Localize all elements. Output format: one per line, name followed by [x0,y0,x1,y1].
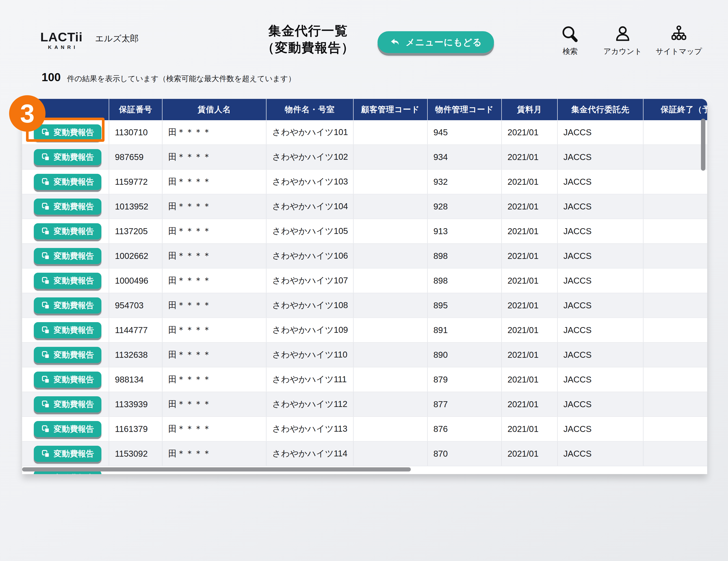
cell-customer-code [354,417,428,441]
cell-guarantee-end-date [643,442,707,466]
cell-guarantee-number: 1137205 [109,219,163,243]
cell-action: 変動費報告 [22,120,109,144]
cell-tenant-name: 田＊＊＊＊ [163,219,267,243]
reply-arrow-icon [389,37,400,48]
variable-cost-report-button[interactable]: 変動費報告 [34,372,101,388]
page-title: 集金代行一覧 （変動費報告） [250,22,367,56]
cell-rent-month: 2021/01 [502,442,558,466]
variable-cost-report-button[interactable]: 変動費報告 [34,396,101,413]
cell-guarantee-end-date [643,417,707,441]
cell-property-name: さわやかハイツ107 [267,268,354,293]
variable-cost-report-button[interactable]: 変動費報告 [34,446,101,462]
cell-tenant-name: 田＊＊＊＊ [163,145,267,169]
cell-property-code: 870 [428,442,502,466]
variable-cost-report-button[interactable]: 変動費報告 [34,421,101,437]
variable-cost-report-button[interactable]: 変動費報告 [34,273,101,289]
nav-account[interactable]: アカウント [603,25,642,57]
variable-cost-report-button[interactable]: 変動費報告 [34,124,101,140]
table-row: 変動費報告 987659 田＊＊＊＊ さわやかハイツ102 934 2021/0… [22,145,707,170]
table-row: 変動費報告 988134 田＊＊＊＊ さわやかハイツ111 879 2021/0… [22,368,707,392]
cell-rent-month: 2021/01 [502,268,558,293]
report-icon [41,449,50,458]
variable-cost-report-button[interactable]: 変動費報告 [34,223,101,239]
table-row: 変動費報告 1133939 田＊＊＊＊ さわやかハイツ112 877 2021/… [22,392,707,417]
cell-action: 変動費報告 [22,268,109,293]
user-name: エルズ太郎 [95,33,139,44]
cell-guarantee-end-date [643,293,707,318]
report-icon [41,128,50,137]
cell-agency: JACCS [558,343,643,367]
cell-customer-code [354,343,428,367]
cell-customer-code [354,268,428,293]
cell-action: 変動費報告 [22,244,109,268]
column-header-1: 保証番号 [109,99,163,120]
cell-guarantee-number: 1159772 [109,170,163,194]
table-row: 変動費報告 1137205 田＊＊＊＊ さわやかハイツ105 913 2021/… [22,219,707,244]
cell-rent-month: 2021/01 [502,417,558,441]
logo-text: LACTii [40,31,83,43]
cell-tenant-name: 田＊＊＊＊ [163,417,267,441]
cell-agency: JACCS [558,268,643,293]
cell-rent-month: 2021/01 [502,120,558,144]
page: LACTii KANRI エルズ太郎 集金代行一覧 （変動費報告） メニューにも… [0,0,728,561]
cell-property-name: さわやかハイツ112 [267,392,354,416]
cell-rent-month: 2021/01 [502,244,558,268]
cell-agency: JACCS [558,392,643,416]
variable-cost-report-button[interactable]: 変動費報告 [34,174,101,190]
cell-action: 変動費報告 [22,219,109,243]
column-header-2: 賃借人名 [163,99,267,120]
cell-agency: JACCS [558,442,643,466]
nav-search-label: 検索 [563,46,578,57]
table-row: 変動費報告 1013952 田＊＊＊＊ さわやかハイツ104 928 2021/… [22,194,707,219]
results-count: 100 [42,71,61,84]
cell-property-name: さわやかハイツ104 [267,194,354,218]
horizontal-scrollbar-thumb[interactable] [22,467,411,472]
back-to-menu-button[interactable]: メニューにもどる [378,31,494,53]
variable-cost-report-button[interactable]: 変動費報告 [34,248,101,264]
cell-guarantee-end-date [643,194,707,218]
cell-property-code: 928 [428,194,502,218]
cell-property-name: さわやかハイツ101 [267,120,354,144]
variable-cost-report-button[interactable]: 変動費報告 [34,322,101,338]
variable-cost-report-button[interactable]: 変動費報告 [34,198,101,215]
vertical-scrollbar-thumb[interactable] [701,119,705,171]
variable-cost-report-button[interactable]: 変動費報告 [34,347,101,363]
cell-guarantee-number: 1133939 [109,392,163,416]
cell-property-name: さわやかハイツ111 [267,368,354,392]
cell-property-code: 895 [428,293,502,318]
cell-tenant-name: 田＊＊＊＊ [163,120,267,144]
cell-action: 変動費報告 [22,442,109,466]
cell-property-name: さわやかハイツ108 [267,293,354,318]
cell-guarantee-end-date [643,219,707,243]
cell-agency: JACCS [558,293,643,318]
report-icon [41,202,50,211]
cell-rent-month: 2021/01 [502,145,558,169]
cell-action: 変動費報告 [22,318,109,342]
app-logo[interactable]: LACTii KANRI [40,31,83,50]
cell-guarantee-number: 1161379 [109,417,163,441]
cell-action: 変動費報告 [22,417,109,441]
cell-property-code: 891 [428,318,502,342]
cell-tenant-name: 田＊＊＊＊ [163,392,267,416]
cell-guarantee-number: 988134 [109,368,163,392]
nav-sitemap[interactable]: サイトマップ [656,25,702,57]
table-row: 変動費報告 1002662 田＊＊＊＊ さわやかハイツ106 898 2021/… [22,244,707,268]
nav-account-label: アカウント [603,46,642,57]
cell-rent-month: 2021/01 [502,392,558,416]
search-icon [561,25,580,44]
logo-subtext: KANRI [48,44,78,50]
cell-customer-code [354,145,428,169]
report-icon [41,251,50,260]
nav-search[interactable]: 検索 [551,25,590,57]
back-to-menu-label: メニューにもどる [406,36,482,48]
cell-customer-code [354,194,428,218]
cell-guarantee-end-date [643,244,707,268]
cell-agency: JACCS [558,194,643,218]
cell-property-name: さわやかハイツ106 [267,244,354,268]
cell-guarantee-number: 1144777 [109,318,163,342]
cell-tenant-name: 田＊＊＊＊ [163,368,267,392]
variable-cost-report-button[interactable]: 変動費報告 [34,149,101,165]
cell-guarantee-end-date [643,343,707,367]
table-row: 変動費報告 1132638 田＊＊＊＊ さわやかハイツ110 890 2021/… [22,343,707,368]
variable-cost-report-button[interactable]: 変動費報告 [34,298,101,314]
